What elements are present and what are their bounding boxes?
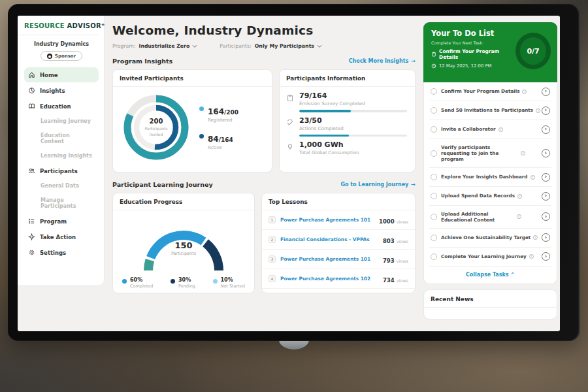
stat-label: Total Global Consumption [299, 150, 407, 155]
sidebar-item-education[interactable]: Education [24, 99, 99, 114]
chevron-right-icon[interactable]: › [542, 192, 550, 201]
chevron-down-icon [192, 44, 197, 48]
program-filter-value: Industrialize Zero [139, 43, 190, 49]
program-filter: Program: Industrialize Zero [112, 43, 197, 49]
sidebar-item-manage-participants[interactable]: Manage Participants [24, 193, 99, 213]
sidebar-item-learning-insights[interactable]: Learning Insights [24, 149, 99, 163]
task-checkbox[interactable] [431, 214, 437, 220]
task-row[interactable]: Upload Spend Data Records ? › [429, 187, 551, 206]
help-icon[interactable]: ? [522, 90, 527, 94]
chevron-right-icon[interactable]: › [542, 125, 550, 134]
sponsor-badge[interactable]: ● Sponsor [41, 51, 82, 61]
program-filter-dropdown[interactable]: Industrialize Zero [139, 43, 198, 49]
task-row[interactable]: Explore Your Insights Dashboard ? › [429, 168, 551, 187]
invited-chart-area: 200 Participants Invited 164/200 Registe… [113, 87, 272, 163]
app-logo[interactable]: RESOURCE ADVISOR+ [24, 22, 99, 29]
sidebar-item-home[interactable]: Home [24, 67, 99, 82]
task-row[interactable]: Upload Additional Educational Content ? … [429, 206, 551, 229]
task-row[interactable]: Achieve One Sustainability Target ? › [429, 229, 551, 248]
lesson-link[interactable]: Power Purchase Agreements 102 [280, 276, 383, 282]
help-icon[interactable]: ? [533, 235, 538, 240]
sidebar-item-label: Settings [40, 250, 66, 256]
program-insights-header: Program Insights Check More Insights → [112, 57, 416, 65]
task-label: Invite a Collaborator [441, 126, 496, 132]
sidebar-item-insights[interactable]: Insights [24, 83, 99, 98]
legend-dot [213, 279, 218, 284]
help-icon[interactable]: ? [498, 127, 503, 132]
help-icon[interactable]: ? [517, 214, 521, 219]
chevron-right-icon[interactable]: › [542, 149, 550, 157]
views-count: 793 [383, 257, 395, 264]
task-checkbox[interactable] [431, 235, 437, 241]
chevron-right-icon[interactable]: › [542, 212, 550, 221]
clipboard-icon [431, 52, 436, 57]
survey-icon [286, 94, 294, 102]
task-checkbox[interactable] [431, 174, 437, 180]
task-checkbox[interactable] [431, 88, 437, 95]
sidebar-item-label: Learning Journey [41, 118, 91, 124]
bulb-icon [286, 143, 294, 151]
task-row[interactable]: Complete Your Learning Journey ? › [429, 248, 551, 267]
stat-label: Emission Survey Completed [299, 101, 407, 106]
main-content: Welcome, Industry Dynamics Program: Indu… [105, 16, 422, 331]
invited-participants-card: Invited Participants 200 Participants In… [112, 69, 272, 172]
task-row[interactable]: Confirm Your Program Details ? › [429, 82, 551, 101]
progress-fill [299, 135, 349, 137]
chevron-right-icon[interactable]: › [542, 106, 550, 115]
card-title: Invited Participants [113, 70, 272, 87]
collapse-tasks-link[interactable]: Collapse Tasks ⌃ [429, 267, 551, 284]
sidebar-item-education-content[interactable]: Education Content [24, 129, 99, 148]
clock-icon [431, 63, 436, 69]
lesson-link[interactable]: Power Purchase Agreements 101 [280, 217, 379, 223]
task-label: Achieve One Sustainability Target [441, 235, 531, 240]
help-icon[interactable]: ? [521, 151, 525, 155]
help-icon[interactable]: ? [517, 194, 522, 199]
views-label: views [397, 259, 408, 264]
legend-denominator: /200 [224, 109, 238, 116]
task-row[interactable]: Invite a Collaborator ? › [429, 120, 551, 139]
check-more-insights-link[interactable]: Check More Insights → [349, 58, 416, 64]
help-icon[interactable]: ? [536, 108, 540, 113]
lesson-link[interactable]: Power Purchase Agreements 101 [280, 256, 383, 262]
task-checkbox[interactable] [431, 150, 437, 157]
education-legend: 60% Completed 30% Pending 10% Not Starte… [113, 273, 254, 289]
task-row[interactable]: Verify participants requesting to join t… [429, 139, 551, 168]
task-checkbox[interactable] [431, 107, 437, 114]
chevron-right-icon[interactable]: › [542, 88, 550, 96]
todo-progress-value: 0/7 [527, 47, 539, 56]
card-title: Education Progress [113, 193, 254, 210]
help-icon[interactable]: ? [531, 175, 535, 180]
chevron-right-icon[interactable]: › [542, 252, 550, 261]
task-checkbox[interactable] [431, 126, 437, 133]
lesson-rank: 4 [269, 275, 276, 282]
lesson-row: 1 Power Purchase Agreements 101 1000view… [262, 210, 415, 230]
views-label: views [397, 278, 408, 284]
sidebar-item-program[interactable]: Program [24, 214, 99, 229]
sidebar-item-take-action[interactable]: Take Action [24, 229, 99, 244]
sidebar-item-label: Education [40, 103, 71, 110]
participants-filter-dropdown[interactable]: Only My Participants [255, 43, 322, 49]
sidebar-item-learning-journey[interactable]: Learning Journey [24, 114, 99, 128]
todo-next-task: Confirm Your Program Details [431, 48, 515, 60]
lesson-row: 2 Financial Considerations - VPPAs 803vi… [262, 230, 415, 250]
link-label: Go to Learning Journey [340, 182, 408, 188]
task-row[interactable]: Send 50 Invitations to Participants ? › [429, 101, 551, 120]
chevron-right-icon[interactable]: › [542, 233, 550, 242]
go-to-learning-journey-link[interactable]: Go to Learning Journey → [340, 182, 416, 188]
sidebar-item-general-data[interactable]: General Data [24, 179, 99, 193]
chevron-right-icon[interactable]: › [542, 173, 550, 182]
help-icon[interactable]: ? [529, 254, 534, 259]
sidebar-item-participants[interactable]: Participants [24, 163, 99, 178]
lesson-link[interactable]: Financial Considerations - VPPAs [280, 237, 383, 242]
task-checkbox[interactable] [431, 193, 437, 199]
sidebar-item-settings[interactable]: Settings [24, 245, 99, 260]
gauge-center-label: 150 Participants [131, 240, 236, 256]
sponsor-icon: ● [47, 54, 52, 59]
legend-caption: Not Started [221, 284, 245, 289]
lesson-row: 5 Power Purchase Agreements 103 600views [262, 289, 415, 293]
todo-due-label: 12 May 2025, 12:00 PM [439, 63, 491, 69]
legend-denominator: /164 [219, 137, 233, 143]
sidebar-nav: Home Insights Education Learning Journey… [24, 67, 99, 260]
legend-pending: 30% Pending [171, 277, 195, 289]
task-checkbox[interactable] [431, 253, 437, 260]
